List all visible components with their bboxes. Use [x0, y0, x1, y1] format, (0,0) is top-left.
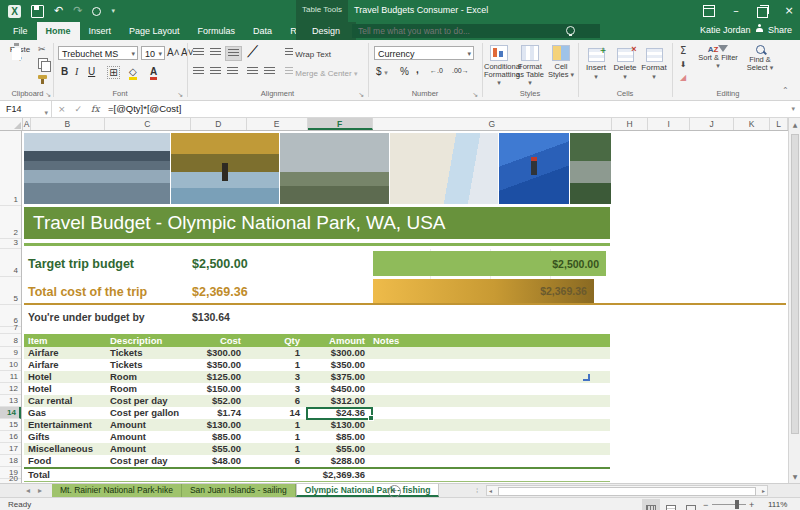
table-cell[interactable]: Gifts — [24, 431, 106, 443]
forest-stream-photo[interactable] — [570, 133, 611, 204]
table-header-notes[interactable]: Notes — [369, 334, 610, 347]
ribbon-display-options-icon[interactable] — [703, 5, 715, 17]
clear-icon[interactable]: ◢ — [680, 73, 686, 82]
font-size-combo[interactable]: 10 — [141, 46, 165, 60]
mountain-lake-reflection-photo[interactable] — [24, 133, 170, 204]
row-header-1[interactable]: 1 — [0, 131, 21, 206]
table-cell[interactable] — [369, 347, 610, 359]
table-cell[interactable]: $48.00 — [194, 455, 245, 467]
table-cell[interactable]: Airfare — [24, 359, 106, 371]
number-format-combo[interactable]: Currency — [374, 46, 474, 60]
table-resize-handle-icon[interactable] — [583, 374, 590, 381]
table-cell[interactable]: Tickets — [106, 347, 194, 359]
row-header-3[interactable]: 3 — [0, 239, 21, 249]
table-cell[interactable]: 1 — [245, 419, 304, 431]
collapse-ribbon-icon[interactable] — [782, 86, 789, 95]
vertical-scrollbar[interactable]: ▲ ▼ — [788, 118, 800, 483]
column-header-E[interactable]: E — [247, 118, 308, 130]
table-cell[interactable]: Food — [24, 455, 106, 467]
row-header-8[interactable]: 8 — [0, 334, 21, 347]
table-cell[interactable]: 1 — [245, 431, 304, 443]
total-label-cell[interactable]: Total — [24, 469, 106, 481]
align-right-icon[interactable] — [225, 65, 240, 78]
zoom-out-icon[interactable]: − — [703, 500, 708, 510]
table-cell[interactable]: Room — [106, 383, 194, 395]
target-budget-value[interactable]: $2,500.00 — [192, 257, 248, 271]
expand-formula-bar-icon[interactable] — [791, 105, 795, 113]
table-cell[interactable] — [369, 371, 610, 383]
scroll-down-icon[interactable]: ▼ — [791, 473, 799, 480]
row-header-18[interactable]: 18 — [0, 455, 21, 467]
row-header-5[interactable]: 5 — [0, 277, 21, 305]
percent-style-icon[interactable]: % — [400, 66, 409, 77]
copy-icon[interactable] — [38, 58, 48, 69]
increase-font-icon[interactable]: A˄ — [167, 47, 180, 58]
sheet-tab-mt-rainier-national-park-hike[interactable]: Mt. Rainier National Park-hike — [52, 484, 182, 497]
fly-fisherman-river-photo[interactable] — [171, 133, 279, 204]
table-cell[interactable]: $52.00 — [194, 395, 245, 407]
touch-mode-icon[interactable] — [92, 7, 101, 16]
column-header-L[interactable]: L — [770, 118, 788, 130]
heron-shore-photo[interactable] — [280, 133, 389, 204]
restore-button[interactable] — [757, 7, 768, 18]
sheet-tab-olympic-national-park-fishing[interactable]: Olympic National Park - fishing — [296, 484, 440, 497]
table-cell[interactable]: $288.00 — [304, 455, 369, 467]
table-cell[interactable]: 3 — [245, 383, 304, 395]
tab-formulas[interactable]: Formulas — [189, 22, 245, 40]
table-cell[interactable]: Amount — [106, 431, 194, 443]
tell-me-search-input[interactable] — [352, 24, 600, 38]
row-header-7[interactable]: 7 — [0, 327, 21, 334]
table-cell[interactable]: $85.00 — [304, 431, 369, 443]
row-header-15[interactable]: 15 — [0, 419, 21, 431]
table-cell[interactable]: 14 — [245, 407, 304, 419]
table-cell[interactable]: $350.00 — [304, 359, 369, 371]
table-cell[interactable]: Miscellaneous — [24, 443, 106, 455]
table-cell[interactable]: Car rental — [24, 395, 106, 407]
column-header-C[interactable]: C — [105, 118, 191, 130]
sort-filter-button[interactable]: AZ Sort & Filter — [698, 45, 738, 70]
table-cell[interactable]: Tickets — [106, 359, 194, 371]
column-header-G[interactable]: G — [373, 118, 613, 130]
table-cell[interactable]: $350.00 — [194, 359, 245, 371]
zoom-level[interactable]: 111% — [768, 500, 787, 509]
total-amount-cell[interactable]: $2,369.36 — [304, 469, 369, 481]
select-all-corner[interactable] — [0, 118, 23, 130]
row-header-10[interactable]: 10 — [0, 359, 21, 371]
table-cell[interactable]: Amount — [106, 419, 194, 431]
sheet-nav-next-icon[interactable]: ▸ — [38, 486, 42, 495]
table-cell[interactable]: $300.00 — [304, 347, 369, 359]
scroll-up-icon[interactable]: ▲ — [791, 121, 799, 128]
column-header-A[interactable]: A — [23, 118, 31, 130]
tab-scrollbar-divider[interactable]: ⁞ — [476, 486, 478, 495]
format-as-table-button[interactable]: Format as Table — [515, 45, 545, 87]
table-cell[interactable] — [369, 407, 610, 419]
table-cell[interactable]: Cost per gallon — [106, 407, 194, 419]
column-header-D[interactable]: D — [191, 118, 247, 130]
enter-formula-icon[interactable] — [75, 104, 83, 114]
delete-cells-button[interactable]: × Delete — [611, 48, 639, 81]
accounting-format-icon[interactable]: $ — [376, 66, 388, 77]
minimize-button[interactable]: – — [729, 0, 743, 22]
alignment-dialog-launcher-icon[interactable] — [358, 91, 364, 99]
table-cell[interactable]: Gas — [24, 407, 106, 419]
underline-button[interactable]: U — [88, 66, 95, 77]
increase-decimal-icon[interactable]: ←.0 — [430, 67, 443, 74]
save-icon[interactable] — [31, 5, 44, 18]
merge-center-button[interactable]: Merge & Center — [285, 67, 357, 78]
table-cell[interactable]: Airfare — [24, 347, 106, 359]
table-cell[interactable] — [369, 431, 610, 443]
table-cell[interactable]: 1 — [245, 359, 304, 371]
table-cell[interactable] — [106, 469, 194, 481]
table-cell[interactable]: Amount — [106, 443, 194, 455]
fill-icon[interactable]: ⬇ — [680, 60, 687, 69]
wrap-text-button[interactable]: Wrap Text — [285, 48, 331, 59]
number-dialog-launcher-icon[interactable] — [472, 91, 478, 99]
zoom-slider-track[interactable] — [712, 504, 746, 505]
clipboard-dialog-launcher-icon[interactable] — [45, 91, 51, 99]
column-header-B[interactable]: B — [31, 118, 105, 130]
excel-app-icon[interactable]: X — [8, 5, 21, 18]
formula-input[interactable]: =[@Qty]*[@Cost] — [108, 101, 181, 117]
table-header-qty[interactable]: Qty — [245, 334, 304, 347]
user-account[interactable]: Katie Jordan — [700, 25, 751, 35]
table-cell[interactable]: Room — [106, 371, 194, 383]
